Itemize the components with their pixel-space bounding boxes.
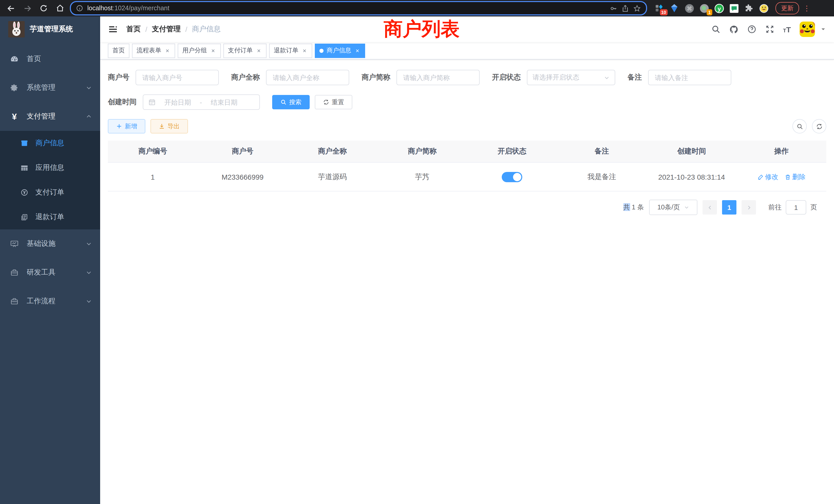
sidebar-item-home[interactable]: 首页 — [0, 45, 100, 73]
toggle-search-button[interactable] — [792, 119, 807, 134]
extension-icon-command[interactable]: ⌘ — [684, 3, 694, 13]
browser-update-button[interactable]: 更新 — [775, 2, 799, 14]
export-button[interactable]: 导出 — [151, 119, 188, 134]
password-key-icon[interactable] — [610, 4, 617, 12]
browser-profile-avatar[interactable] — [759, 3, 769, 13]
sidebar-item-workflow[interactable]: 工作流程 — [0, 287, 100, 316]
url-bar[interactable]: localhost:1024/pay/merchant — [70, 1, 647, 16]
chevron-down-icon — [604, 75, 610, 80]
full-name-input[interactable] — [266, 70, 349, 85]
breadcrumb-separator: / — [145, 25, 147, 33]
breadcrumb-pay[interactable]: 支付管理 — [152, 25, 181, 34]
back-button[interactable] — [4, 2, 18, 15]
close-icon[interactable]: × — [354, 47, 360, 54]
date-range-picker[interactable]: - — [143, 94, 260, 110]
delete-link[interactable]: 删除 — [785, 172, 806, 181]
tab-refund-order[interactable]: 退款订单× — [269, 43, 312, 58]
app-logo — [8, 21, 25, 38]
status-toggle[interactable] — [502, 172, 522, 182]
table-tools — [792, 119, 826, 134]
help-icon[interactable] — [747, 25, 756, 34]
fullscreen-icon[interactable] — [765, 25, 774, 34]
extensions-puzzle-icon[interactable] — [744, 3, 754, 13]
cell-merchant-no: M233666999 — [198, 162, 288, 191]
col-merchant-id: 商户编号 — [108, 141, 198, 162]
extension-icon-1[interactable]: 10 — [654, 3, 664, 13]
add-button[interactable]: 新增 — [108, 119, 145, 134]
tags-view: 首页 流程表单× 用户分组× 支付订单× 退款订单× 商户信息× — [100, 42, 834, 60]
yen-circle-icon — [21, 189, 28, 196]
cell-status — [467, 162, 557, 191]
sidebar-item-pay-order[interactable]: 支付订单 — [0, 180, 100, 205]
forward-button[interactable] — [21, 2, 34, 15]
filter-full-name: 商户全称 — [231, 70, 349, 85]
user-avatar[interactable] — [799, 22, 815, 37]
breadcrumb-home[interactable]: 首页 — [126, 25, 141, 34]
goto-page-input[interactable] — [786, 200, 806, 214]
pagination-total: 共 1 条 — [623, 203, 644, 212]
sidebar-logo-row[interactable]: 芋道管理系统 — [0, 17, 100, 42]
sidebar-item-infra[interactable]: 基础设施 — [0, 229, 100, 258]
short-name-input[interactable] — [396, 70, 480, 85]
site-info-icon[interactable] — [76, 5, 83, 12]
chevron-down-icon — [86, 241, 92, 247]
filter-label: 备注 — [628, 73, 642, 82]
merchant-no-input[interactable] — [136, 70, 219, 85]
sidebar-item-system[interactable]: 系统管理 — [0, 73, 100, 102]
sidebar-fold-icon[interactable] — [108, 24, 118, 35]
svg-text:y: y — [718, 5, 721, 12]
sidebar-item-label: 工作流程 — [27, 297, 78, 306]
tab-process-form[interactable]: 流程表单× — [132, 43, 175, 58]
sidebar-item-refund-order[interactable]: 退款订单 — [0, 205, 100, 229]
page-unit-label: 页 — [810, 203, 817, 212]
search-button[interactable]: 搜索 — [272, 95, 310, 109]
home-button[interactable] — [53, 2, 67, 15]
tab-home[interactable]: 首页 — [108, 43, 129, 58]
filter-create-time: 创建时间 - — [108, 94, 260, 110]
caret-down-icon[interactable] — [821, 27, 826, 32]
tab-pay-order[interactable]: 支付订单× — [223, 43, 266, 58]
close-icon[interactable]: × — [164, 47, 171, 54]
extension-icon-2[interactable] — [669, 3, 679, 13]
remark-input[interactable] — [648, 70, 731, 85]
bookmark-star-icon[interactable] — [633, 4, 641, 12]
share-icon[interactable] — [621, 4, 629, 12]
filter-label: 开启状态 — [492, 73, 521, 82]
sidebar-item-merchant-info[interactable]: 商户信息 — [0, 131, 100, 156]
close-icon[interactable]: × — [302, 47, 308, 54]
shop-icon — [21, 139, 28, 147]
chevron-down-icon — [86, 298, 92, 304]
col-full-name: 商户全称 — [288, 141, 377, 162]
page-1-button[interactable]: 1 — [722, 200, 737, 214]
start-date-input — [159, 98, 197, 107]
sidebar-item-label: 首页 — [27, 54, 92, 64]
main-area: 首页 / 支付管理 / 商户信息 商户列表 — [100, 17, 834, 504]
sidebar-item-app-info[interactable]: 应用信息 — [0, 156, 100, 180]
sidebar-item-dev-tools[interactable]: 研发工具 — [0, 258, 100, 287]
refresh-button[interactable] — [812, 119, 826, 134]
tab-user-group[interactable]: 用户分组× — [178, 43, 221, 58]
font-size-icon[interactable]: TT — [783, 25, 791, 33]
col-status: 开启状态 — [467, 141, 557, 162]
github-icon[interactable] — [729, 25, 738, 34]
breadcrumb: 首页 / 支付管理 / 商户信息 — [126, 25, 221, 34]
tab-merchant-info[interactable]: 商户信息× — [315, 43, 365, 58]
status-select[interactable]: 请选择开启状态 — [527, 70, 615, 85]
close-icon[interactable]: × — [256, 47, 262, 54]
gear-icon — [10, 84, 19, 92]
page-size-select[interactable]: 10条/页 — [649, 200, 697, 215]
prev-page-button[interactable] — [703, 200, 717, 214]
sidebar-item-pay[interactable]: ¥ 支付管理 — [0, 102, 100, 131]
page-content: 商户号 商户全称 商户简称 开启状态 请选择开启状态 — [100, 60, 834, 504]
reset-button[interactable]: 重置 — [315, 95, 352, 109]
close-icon[interactable]: × — [210, 47, 216, 54]
extension-icon-y[interactable]: y — [714, 3, 724, 13]
next-page-button[interactable] — [742, 200, 756, 214]
extension-icon-chat[interactable] — [729, 3, 739, 13]
browser-menu-icon[interactable]: ⋮ — [804, 4, 810, 12]
search-icon[interactable] — [711, 25, 720, 34]
edit-link[interactable]: 修改 — [757, 172, 778, 181]
extension-icon-3[interactable]: 1 — [699, 3, 709, 13]
reload-button[interactable] — [37, 2, 50, 15]
filter-merchant-no: 商户号 — [108, 70, 219, 85]
